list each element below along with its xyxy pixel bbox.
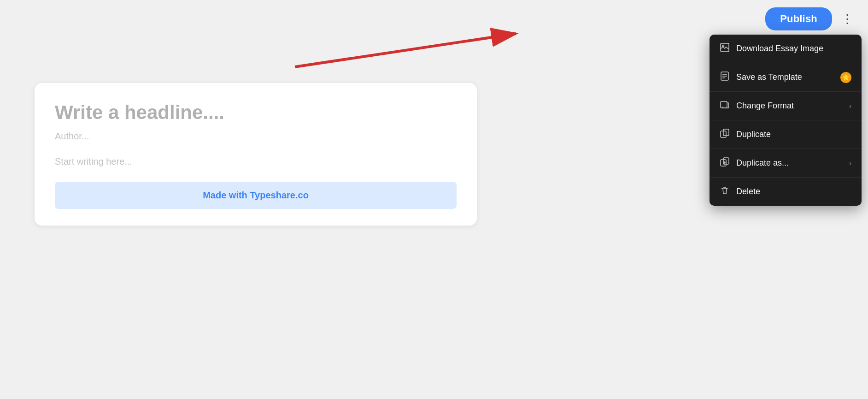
annotation-arrow bbox=[276, 25, 534, 81]
duplicate-as-icon bbox=[720, 157, 730, 169]
author-placeholder[interactable]: Author... bbox=[55, 131, 457, 142]
svg-line-1 bbox=[295, 34, 516, 67]
menu-item-save-as-template[interactable]: Save as Template ⭐ bbox=[710, 63, 862, 92]
svg-rect-8 bbox=[721, 101, 727, 108]
card-footer: Made with Typeshare.co bbox=[55, 182, 457, 209]
duplicate-icon bbox=[720, 129, 730, 140]
delete-label: Delete bbox=[736, 187, 760, 197]
chevron-right-icon: › bbox=[849, 102, 851, 110]
change-format-icon bbox=[720, 100, 730, 112]
duplicate-label: Duplicate bbox=[736, 130, 771, 139]
menu-item-change-format[interactable]: Change Format › bbox=[710, 92, 862, 120]
download-image-icon bbox=[720, 43, 730, 54]
download-essay-image-label: Download Essay Image bbox=[736, 44, 823, 54]
premium-badge: ⭐ bbox=[840, 72, 851, 83]
menu-item-duplicate[interactable]: Duplicate bbox=[710, 120, 862, 149]
essay-card-container: Write a headline.... Author... Start wri… bbox=[35, 83, 477, 226]
delete-icon bbox=[720, 186, 730, 197]
header: Publish ⋮ bbox=[754, 0, 868, 38]
save-as-template-label: Save as Template bbox=[736, 72, 802, 82]
publish-button[interactable]: Publish bbox=[765, 7, 832, 30]
duplicate-as-label: Duplicate as... bbox=[736, 158, 789, 168]
more-dots-icon: ⋮ bbox=[841, 12, 853, 26]
menu-item-delete[interactable]: Delete bbox=[710, 178, 862, 206]
menu-item-duplicate-as[interactable]: Duplicate as... › bbox=[710, 149, 862, 178]
footer-branding: Made with Typeshare.co bbox=[203, 190, 309, 200]
change-format-label: Change Format bbox=[736, 101, 794, 111]
context-menu: Download Essay Image Save as Template ⭐ bbox=[710, 35, 862, 206]
more-options-button[interactable]: ⋮ bbox=[838, 10, 857, 28]
menu-item-download-essay-image[interactable]: Download Essay Image bbox=[710, 35, 862, 63]
star-icon: ⭐ bbox=[842, 74, 850, 81]
chevron-right-icon-2: › bbox=[849, 159, 851, 167]
essay-card: Write a headline.... Author... Start wri… bbox=[35, 83, 477, 226]
headline-placeholder[interactable]: Write a headline.... bbox=[55, 101, 457, 124]
body-placeholder[interactable]: Start writing here... bbox=[55, 156, 457, 167]
save-template-icon bbox=[720, 71, 730, 83]
